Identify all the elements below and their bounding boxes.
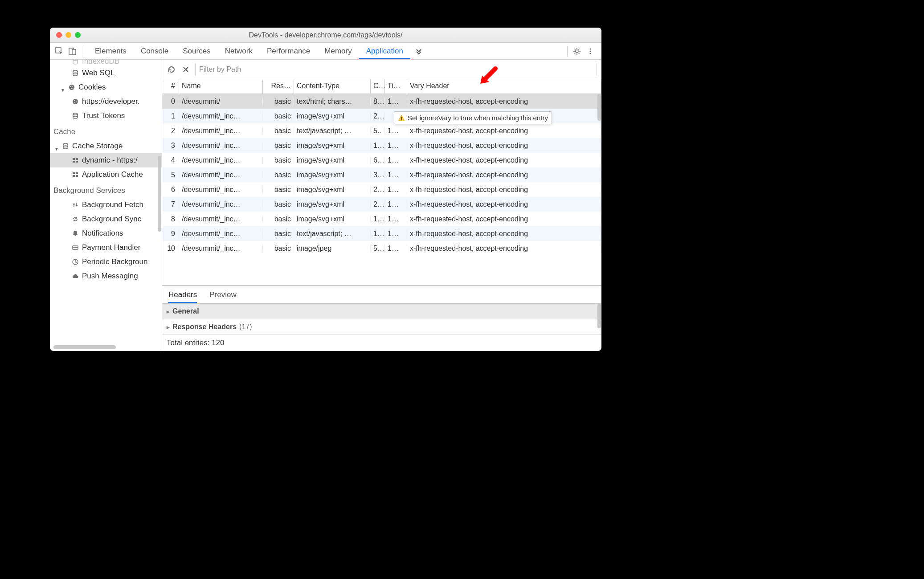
- sidebar-item-periodic-bg[interactable]: Periodic Backgroun: [50, 255, 162, 269]
- sidebar-item-bg-fetch[interactable]: Background Fetch: [50, 198, 162, 212]
- col-vary[interactable]: Vary Header: [407, 79, 601, 94]
- col-time[interactable]: Ti…: [385, 79, 407, 94]
- table-row[interactable]: 7/devsummit/_inc…basicimage/svg+xml2…1…x…: [162, 197, 601, 212]
- table-cell: 1…: [385, 230, 407, 238]
- sidebar-label: https://developer.: [82, 97, 139, 106]
- tab-performance[interactable]: Performance: [260, 43, 317, 59]
- table-cell: 1…: [385, 142, 407, 150]
- tab-elements[interactable]: Elements: [88, 43, 134, 59]
- svg-rect-20: [73, 158, 75, 160]
- sidebar-h-scrollbar[interactable]: [53, 345, 116, 349]
- col-response[interactable]: Res…: [263, 79, 294, 94]
- refresh-icon[interactable]: [167, 65, 176, 74]
- tab-console[interactable]: Console: [134, 43, 176, 59]
- table-cell: /devsummit/_inc…: [179, 200, 263, 208]
- zoom-window-button[interactable]: [75, 32, 81, 38]
- table-row[interactable]: 9/devsummit/_inc…basictext/javascript; ……: [162, 226, 601, 241]
- table-cell: 4: [162, 156, 179, 164]
- sidebar-item-indexeddb[interactable]: IndexedDB: [50, 60, 162, 66]
- table-cell: 8: [162, 215, 179, 223]
- sidebar-item-cache-entry[interactable]: dynamic - https:/: [50, 153, 162, 167]
- svg-rect-24: [73, 172, 75, 174]
- svg-point-7: [73, 60, 78, 61]
- sidebar-label: Cookies: [78, 83, 106, 92]
- table-row[interactable]: 3/devsummit/_inc…basicimage/svg+xml1…1…x…: [162, 138, 601, 153]
- expand-icon[interactable]: [54, 144, 59, 148]
- svg-point-3: [576, 50, 578, 53]
- svg-point-6: [589, 53, 591, 54]
- sidebar-item-bg-sync[interactable]: Background Sync: [50, 212, 162, 226]
- table-cell: text/javascript; …: [294, 230, 371, 238]
- more-tabs-icon[interactable]: [413, 45, 425, 57]
- kebab-menu-icon[interactable]: [585, 45, 596, 57]
- table-cell: 1…: [385, 200, 407, 208]
- col-content-length[interactable]: C..: [371, 79, 385, 94]
- table-cell: /devsummit/_inc…: [179, 171, 263, 179]
- svg-rect-30: [73, 247, 78, 248]
- table-cell: 2…: [371, 200, 385, 208]
- table-cell: 1…: [385, 245, 407, 253]
- sidebar-label: Periodic Backgroun: [82, 257, 147, 266]
- bell-icon: [71, 229, 79, 237]
- tab-application[interactable]: Application: [359, 43, 410, 59]
- sidebar-item-notifications[interactable]: Notifications: [50, 226, 162, 241]
- table-row[interactable]: 6/devsummit/_inc…basicimage/svg+xml2…1…x…: [162, 182, 601, 197]
- table-cell: 1…: [371, 142, 385, 150]
- table-row[interactable]: 5/devsummit/_inc…basicimage/svg+xml3…1…x…: [162, 167, 601, 182]
- table-cell: basic: [263, 245, 294, 253]
- sidebar-section-cache: Cache: [50, 123, 162, 139]
- separator: [84, 46, 84, 57]
- tab-network[interactable]: Network: [218, 43, 260, 59]
- table-cell: /devsummit/_inc…: [179, 156, 263, 164]
- filter-input[interactable]: [195, 63, 597, 76]
- chevron-right-icon: [167, 307, 170, 315]
- table-row[interactable]: 2/devsummit/_inc…basictext/javascript; ……: [162, 123, 601, 138]
- details-tab-headers[interactable]: Headers: [168, 286, 197, 303]
- sidebar-item-cookie-origin[interactable]: https://developer.: [50, 94, 162, 109]
- table-cell: 5…: [371, 245, 385, 253]
- inspect-element-icon[interactable]: [53, 45, 65, 57]
- table-cell: image/svg+xml: [294, 186, 371, 194]
- minimize-window-button[interactable]: [65, 32, 71, 38]
- section-response-headers[interactable]: Response Headers (17): [162, 319, 601, 335]
- table-row[interactable]: 8/devsummit/_inc…basicimage/svg+xml1…1…x…: [162, 212, 601, 226]
- table-row[interactable]: 4/devsummit/_inc…basicimage/svg+xml6…1…x…: [162, 153, 601, 167]
- sidebar-item-cookies[interactable]: Cookies: [50, 80, 162, 94]
- table-row[interactable]: 10/devsummit/_inc…basicimage/jpeg5…1…x-f…: [162, 241, 601, 256]
- sidebar-item-payment[interactable]: Payment Handler: [50, 241, 162, 255]
- details-tabs: Headers Preview: [162, 286, 601, 304]
- svg-point-4: [589, 48, 591, 49]
- device-toolbar-icon[interactable]: [67, 45, 78, 57]
- table-cell: /devsummit/_inc…: [179, 142, 263, 150]
- col-content-type[interactable]: Content-Type: [294, 79, 371, 94]
- sidebar-item-trust-tokens[interactable]: Trust Tokens: [50, 109, 162, 123]
- close-window-button[interactable]: [56, 32, 62, 38]
- expand-icon[interactable]: [61, 85, 65, 90]
- sidebar-scrollbar[interactable]: [157, 143, 162, 330]
- table-scrollbar[interactable]: [597, 94, 601, 285]
- delete-icon[interactable]: [181, 65, 191, 74]
- table-cell: 0: [162, 98, 179, 106]
- svg-point-8: [73, 70, 78, 72]
- tab-sources[interactable]: Sources: [176, 43, 217, 59]
- application-sidebar: IndexedDB Web SQL Cookies https://develo…: [50, 60, 162, 351]
- svg-rect-26: [73, 175, 75, 177]
- table-cell: image/svg+xml: [294, 112, 371, 120]
- settings-icon[interactable]: [571, 45, 583, 57]
- col-name[interactable]: Name: [179, 79, 263, 94]
- table-cell: 2…: [371, 186, 385, 194]
- col-index[interactable]: #: [162, 79, 179, 94]
- sidebar-item-cache-storage[interactable]: Cache Storage: [50, 139, 162, 153]
- table-cell: x-fh-requested-host, accept-encoding: [407, 127, 601, 135]
- sidebar-item-application-cache[interactable]: Application Cache: [50, 167, 162, 182]
- tab-memory[interactable]: Memory: [317, 43, 359, 59]
- table-row[interactable]: 0/devsummit/basictext/html; chars…8…1…x-…: [162, 94, 601, 109]
- sidebar-item-push[interactable]: Push Messaging: [50, 269, 162, 283]
- table-cell: basic: [263, 171, 294, 179]
- svg-point-13: [73, 88, 74, 89]
- details-tab-preview[interactable]: Preview: [209, 286, 236, 303]
- section-general[interactable]: General: [162, 304, 601, 319]
- details-scrollbar[interactable]: [597, 304, 601, 351]
- sidebar-item-websql[interactable]: Web SQL: [50, 66, 162, 80]
- table-cell: /devsummit/_inc…: [179, 186, 263, 194]
